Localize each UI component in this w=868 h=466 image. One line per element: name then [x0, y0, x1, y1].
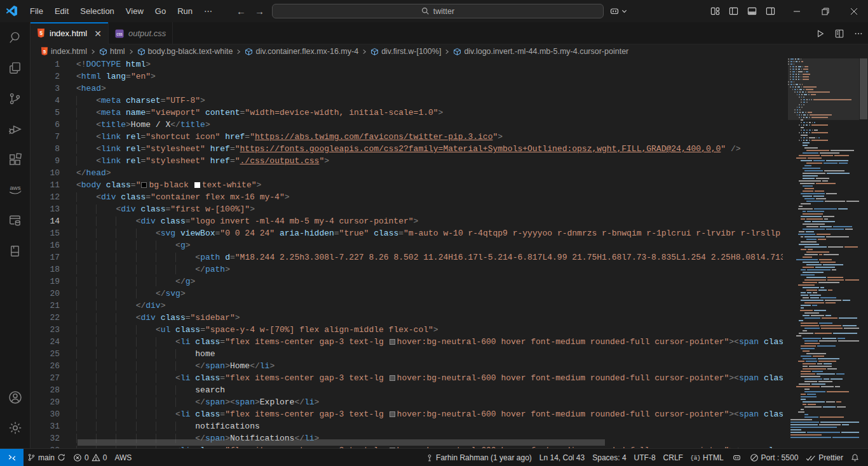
more-actions-icon[interactable] [854, 29, 863, 38]
horizontal-scrollbar-thumb[interactable] [78, 439, 605, 446]
breadcrumb-file[interactable]: 5index.html [41, 47, 87, 56]
code-editor[interactable]: 1<!DOCTYPE html>2<html lang="en">3<head>… [31, 58, 868, 448]
explorer-view-icon[interactable] [0, 53, 31, 83]
live-server-port[interactable]: Port : 5500 [746, 449, 803, 466]
code-line[interactable]: 2<html lang="en"> [31, 70, 783, 83]
cursor-position[interactable]: Ln 14, Col 43 [536, 449, 588, 466]
code-line[interactable]: 29 </span><span>Explore</li> [31, 396, 783, 408]
code-lines[interactable]: 1<!DOCTYPE html>2<html lang="en">3<head>… [31, 58, 783, 448]
extensions-view-icon[interactable] [0, 144, 31, 175]
code-line[interactable]: 17 <path d="M18.244 2.25h3.308l-7.227 8.… [31, 251, 783, 263]
run-file-icon[interactable] [816, 29, 825, 38]
toggle-secondary-sidebar-icon[interactable] [766, 6, 775, 16]
copilot-menu[interactable] [609, 4, 627, 18]
git-blame[interactable]: Farhin Rahman (1 year ago) [422, 449, 536, 466]
menu-selection[interactable]: Selection [74, 4, 119, 18]
close-window-button[interactable] [839, 0, 868, 22]
code-line[interactable]: 28 search [31, 384, 783, 396]
problems-status-label: 0 [85, 453, 89, 462]
code-line[interactable]: 15 <svg viewBox="0 0 24 24" aria-hidden=… [31, 227, 783, 239]
account-icon[interactable] [0, 382, 31, 413]
aws-view-icon[interactable]: aws [0, 175, 31, 205]
menu-more[interactable]: ⋯ [198, 4, 218, 18]
code-line[interactable]: 18 </path> [31, 263, 783, 276]
branch-status[interactable]: main [24, 449, 69, 466]
aws-status[interactable]: AWS [111, 449, 135, 466]
code-line[interactable]: 20 </svg> [31, 288, 783, 300]
code-line[interactable]: 1<!DOCTYPE html> [31, 58, 783, 70]
breadcrumb-symbol-4[interactable]: div.logo.invert.-ml-44.mb-5.my-4.cursor-… [453, 47, 628, 56]
code-line[interactable]: 16 <g> [31, 239, 783, 251]
vertical-scrollbar[interactable] [859, 58, 868, 448]
breadcrumb-symbol-0[interactable]: html [99, 47, 125, 56]
nav-forward-icon[interactable]: → [255, 6, 264, 17]
split-editor-icon[interactable] [835, 29, 844, 38]
branch-status-label: main [38, 453, 55, 462]
search-input[interactable]: twitter [272, 4, 604, 18]
code-line[interactable]: 4 <meta charset="UTF-8"> [31, 95, 783, 107]
close-tab-icon[interactable]: ✕ [94, 29, 102, 38]
minimize-button[interactable] [782, 0, 811, 22]
menu-view[interactable]: View [120, 4, 149, 18]
source-control-view-icon[interactable] [0, 83, 31, 114]
code-line[interactable]: 31 notifications [31, 420, 783, 432]
prettier-status-label: Prettier [818, 453, 843, 462]
code-line[interactable]: 10</head> [31, 167, 783, 179]
encoding[interactable]: UTF-8 [630, 449, 660, 466]
code-line[interactable]: 12 <div class="container flex mx-16 my-4… [31, 191, 783, 203]
sync-icon [57, 453, 65, 462]
code-line[interactable]: 9 <link rel="stylesheet" href="./css/out… [31, 155, 783, 167]
menu-edit[interactable]: Edit [49, 4, 74, 18]
menu-go[interactable]: Go [149, 4, 172, 18]
code-line[interactable]: 30 <li class="flex items-center gap-3 te… [31, 408, 783, 420]
code-line[interactable]: 19 </g> [31, 276, 783, 288]
notifications-bell[interactable] [847, 449, 863, 466]
menu-file[interactable]: File [24, 4, 49, 18]
line-number: 20 [31, 288, 60, 300]
breadcrumb-symbol-3[interactable]: div.first.w-[100%] [370, 47, 441, 56]
toggle-panel-icon[interactable] [747, 6, 757, 16]
notebook-view-icon[interactable] [0, 236, 31, 266]
breadcrumb-separator-icon [90, 49, 96, 55]
breadcrumb-symbol-1[interactable]: body.bg-black.text-white [137, 47, 233, 56]
indentation[interactable]: Spaces: 4 [588, 449, 630, 466]
tab-output-css[interactable]: css output.css [109, 22, 173, 44]
prettier-status[interactable]: Prettier [802, 449, 847, 466]
remote-indicator[interactable] [0, 449, 24, 466]
error-icon [73, 453, 82, 462]
language-mode[interactable]: {ä}HTML [687, 449, 728, 466]
search-view-icon[interactable] [0, 22, 31, 53]
code-line[interactable]: 23 <ul class="space-y-4 w-[70%] flex ali… [31, 324, 783, 336]
settings-gear-icon[interactable] [0, 413, 31, 443]
code-line[interactable]: 27 <li class="flex items-center gap-3 te… [31, 372, 783, 384]
code-line[interactable]: 22 <div class="sidebar"> [31, 312, 783, 324]
tab-index-html[interactable]: 5 index.html ✕ [31, 22, 109, 44]
eol[interactable]: CRLF [660, 449, 687, 466]
nav-back-icon[interactable]: ← [236, 6, 246, 17]
code-line[interactable]: 11<body class="bg-black text-white"> [31, 179, 783, 191]
code-line[interactable]: 5 <meta name="viewport" content="width=d… [31, 107, 783, 119]
code-line[interactable]: 25 home [31, 348, 783, 360]
minimap-slider[interactable] [788, 58, 859, 120]
line-number: 12 [31, 191, 60, 203]
code-line[interactable]: 26 </span>Home</li> [31, 360, 783, 372]
code-line[interactable]: 21 </div> [31, 300, 783, 312]
code-line[interactable]: 8 <link rel="stylesheet" href="https://f… [31, 143, 783, 155]
vertical-scrollbar-thumb[interactable] [860, 58, 867, 119]
menu-run[interactable]: Run [172, 4, 198, 18]
code-line[interactable]: 6 <title>Home / X</title> [31, 119, 783, 131]
breadcrumb-symbol-2[interactable]: div.container.flex.mx-16.my-4 [245, 47, 358, 56]
run-debug-view-icon[interactable] [0, 114, 31, 144]
code-line[interactable]: 14 <div class="logo invert -ml-44 mb-5 m… [31, 215, 783, 227]
copilot-status[interactable] [728, 449, 746, 466]
customize-layout-icon[interactable] [710, 6, 720, 16]
code-line[interactable]: 24 <li class="flex items-center gap-3 te… [31, 336, 783, 348]
code-line[interactable]: 3<head> [31, 83, 783, 95]
problems-status[interactable]: 00 [69, 449, 111, 466]
restore-button[interactable] [811, 0, 839, 22]
line-number: 11 [31, 179, 60, 191]
database-tools-view-icon[interactable] [0, 205, 31, 236]
code-line[interactable]: 13 <div class="first w-[100%]"> [31, 203, 783, 215]
toggle-primary-sidebar-icon[interactable] [729, 6, 738, 16]
code-line[interactable]: 7 <link rel="shortcut icon" href="https:… [31, 131, 783, 143]
